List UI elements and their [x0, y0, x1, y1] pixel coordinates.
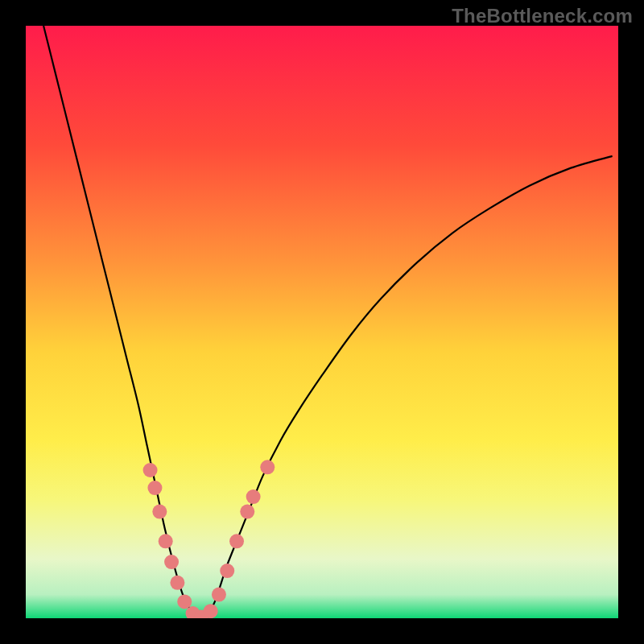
highlight-dot — [177, 594, 192, 609]
highlight-dot — [170, 576, 184, 590]
highlight-dot — [147, 481, 162, 495]
chart-frame: TheBottleneck.com — [0, 0, 644, 644]
highlight-dot — [240, 505, 254, 519]
highlight-dot — [152, 505, 167, 519]
highlight-dot — [159, 534, 173, 548]
highlight-dot — [229, 534, 244, 548]
gradient-background — [26, 26, 618, 618]
highlight-dot — [164, 555, 179, 569]
watermark-text: TheBottleneck.com — [452, 5, 633, 27]
highlight-dot — [212, 588, 226, 602]
highlight-dot — [246, 489, 261, 504]
chart-svg — [26, 26, 618, 618]
highlight-dot — [260, 460, 275, 474]
highlight-dot — [220, 564, 234, 578]
plot-area — [26, 26, 618, 618]
highlight-dot — [204, 604, 218, 618]
highlight-dot — [143, 463, 158, 477]
